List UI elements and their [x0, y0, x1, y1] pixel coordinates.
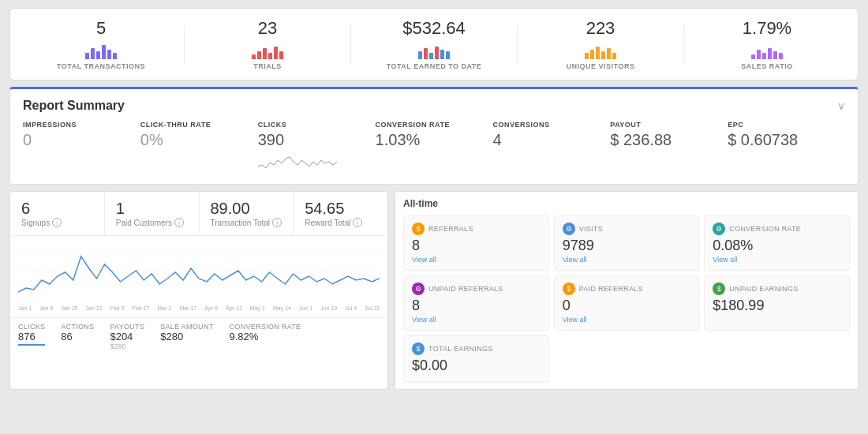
stat-label-sales-ratio: SALES RATIO [741, 62, 792, 70]
mini-stat-reward-total: 54.65Reward Total i [294, 192, 387, 235]
stat-chart-total-earned [418, 42, 450, 59]
bottom-stat-label-actions-total: Actions [61, 323, 94, 331]
view-all-visits[interactable]: View all [563, 256, 691, 264]
chart-x-label: Mar 17 [179, 305, 196, 311]
dollar-icon: $ [412, 342, 425, 355]
metric-block-payout: PAYOUT$ 236.88 [610, 121, 728, 149]
bottom-stat-actions-total: Actions86 [61, 323, 94, 350]
top-stats-bar: 5TOTAL TRANSACTIONS23TRIALS$532.64TOTAL … [9, 8, 859, 80]
metric-label-conversions: CONVERSIONS [492, 121, 610, 129]
bottom-stat-value-conversion-rate-bottom: 9.82% [230, 331, 301, 342]
chart-x-label: Jul 4 [345, 305, 357, 311]
stat-value-sales-ratio: 1.79% [743, 18, 791, 39]
grid-cell-unpaid-earnings: $Unpaid Earnings$180.99 [704, 275, 850, 331]
dollar-icon: $ [563, 282, 575, 295]
info-icon[interactable]: i [174, 218, 184, 227]
report-metrics-row: IMPRESSIONS0CLICK-THRU RATE0%CLICKS390 C… [23, 121, 845, 173]
report-summary-panel: Report Summary ∨ IMPRESSIONS0CLICK-THRU … [9, 87, 859, 185]
stat-chart-trials [252, 42, 283, 59]
collapse-icon[interactable]: ∨ [837, 99, 845, 112]
bottom-stats-row: Clicks876Actions86Payouts$204$280Sale Am… [10, 317, 387, 355]
grid-cell-label-paid-referrals: Paid Referrals [579, 285, 643, 293]
view-all-referrals[interactable]: View all [412, 256, 541, 264]
grid-cell-value-total-earnings: $0.00 [412, 357, 541, 374]
metric-value-conversions: 4 [492, 131, 610, 149]
info-icon[interactable]: i [272, 218, 282, 227]
bottom-stat-value-actions-total: 86 [61, 331, 94, 342]
grid-cell-value-visits: 9789 [563, 238, 691, 254]
right-panel-title: All-time [403, 198, 850, 209]
bottom-stat-label-clicks-total: Clicks [18, 323, 45, 331]
stat-value-trials: 23 [258, 18, 277, 39]
dollar-icon: $ [713, 282, 725, 295]
stat-item-sales-ratio: 1.79%SALES RATIO [684, 18, 850, 70]
stat-item-trials: 23TRIALS [185, 18, 350, 70]
gear-icon: ⚙ [412, 282, 425, 295]
grid-cell-visits: ⚙Visits9789View all [554, 215, 700, 271]
mini-stat-label-transaction-total: Transaction Total i [211, 218, 282, 227]
mini-stat-value-transaction-total: 89.00 [211, 200, 282, 218]
metric-value-payout: $ 236.88 [610, 131, 728, 149]
view-all-paid-referrals[interactable]: View all [563, 316, 691, 324]
right-panel-grid: $Referrals8View all⚙Visits9789View all⚙C… [403, 215, 850, 383]
chart-x-label: Jun 1 [299, 305, 312, 311]
mini-stat-paid-customers: 1Paid Customers i [105, 192, 200, 235]
chart-x-label: Jan 15 [61, 305, 77, 311]
info-icon[interactable]: i [52, 218, 62, 227]
grid-cell-value-unpaid-referrals: 8 [412, 297, 541, 314]
bottom-stat-label-sale-amount: Sale Amount [160, 323, 213, 331]
metric-label-click-thru-rate: CLICK-THRU RATE [140, 121, 258, 129]
mini-stat-signups: 6Signups i [10, 192, 105, 235]
mini-stat-value-signups: 6 [21, 200, 93, 218]
chart-x-labels: Jan 1Jan 8Jan 15Jan 22Feb 5Feb 17Mar 1Ma… [18, 305, 380, 311]
grid-cell-header-total-earnings: $Total Earnings [412, 342, 541, 355]
stat-label-trials: TRIALS [253, 62, 282, 70]
grid-cell-label-unpaid-referrals: Unpaid Referrals [428, 285, 503, 293]
view-all-unpaid-referrals[interactable]: View all [412, 316, 541, 324]
right-panel: All-time $Referrals8View all⚙Visits9789V… [395, 191, 859, 390]
metric-label-conversion-rate: CONVERSION RATE [376, 121, 493, 129]
stat-item-unique-visitors: 223UNIQUE VISITORS [518, 18, 683, 70]
view-all-conversion-rate-right[interactable]: View all [713, 256, 841, 264]
grid-cell-label-total-earnings: Total Earnings [428, 345, 493, 353]
chart-x-label: Apr 11 [226, 305, 242, 311]
mini-stat-label-signups: Signups i [21, 218, 93, 227]
grid-cell-value-conversion-rate-right: 0.08% [713, 238, 841, 254]
chart-x-label: Apr 6 [204, 305, 218, 311]
metric-label-impressions: IMPRESSIONS [23, 121, 140, 129]
stat-chart-sales-ratio [751, 42, 783, 59]
metric-block-epc: EPC$ 0.60738 [728, 121, 845, 149]
grid-cell-value-paid-referrals: 0 [563, 297, 691, 314]
stat-item-total-earned: $532.64TOTAL EARNED TO DATE [351, 18, 517, 70]
stat-item-total-transactions: 5TOTAL TRANSACTIONS [18, 18, 184, 70]
grid-cell-header-conversion-rate-right: ⚙Conversion Rate [713, 223, 841, 235]
chart-area: Jan 1Jan 8Jan 15Jan 22Feb 5Feb 17Mar 1Ma… [10, 236, 387, 317]
grid-cell-label-unpaid-earnings: Unpaid Earnings [729, 285, 798, 293]
metric-block-conversions: CONVERSIONS4 [492, 121, 610, 149]
mini-stat-label-paid-customers: Paid Customers i [116, 218, 188, 227]
metric-value-clicks: 390 [258, 131, 376, 149]
metric-label-payout: PAYOUT [610, 121, 728, 129]
grid-cell-label-conversion-rate-right: Conversion Rate [729, 225, 801, 233]
bottom-stat-label-conversion-rate-bottom: Conversion Rate [230, 323, 301, 331]
stat-chart-total-transactions [85, 42, 117, 59]
grid-cell-total-earnings: $Total Earnings$0.00 [403, 335, 549, 383]
bottom-stat-payouts-total: Payouts$204$280 [110, 323, 144, 350]
bottom-stat-sub: $280 [110, 342, 144, 350]
chart-x-label: Jan 1 [18, 305, 32, 311]
metric-value-conversion-rate: 1.03% [376, 131, 493, 149]
stat-chart-unique-visitors [585, 42, 616, 59]
gear-icon: ⚙ [563, 223, 575, 235]
bottom-stat-value-clicks-total: 876 [18, 331, 45, 342]
chart-x-label: Mar 1 [157, 305, 171, 311]
metric-block-clicks: CLICKS390 [258, 121, 376, 173]
bottom-row: 6Signups i1Paid Customers i89.00Transact… [9, 191, 859, 390]
info-icon[interactable]: i [353, 218, 362, 227]
grid-cell-referrals: $Referrals8View all [403, 215, 549, 271]
grid-cell-conversion-rate-right: ⚙Conversion Rate0.08%View all [704, 215, 850, 271]
gear-icon: ⚙ [713, 223, 725, 235]
metric-block-impressions: IMPRESSIONS0 [23, 121, 140, 149]
clicks-sparkline [258, 151, 376, 173]
grid-cell-header-referrals: $Referrals [412, 223, 541, 235]
bottom-stat-clicks-total: Clicks876 [18, 323, 45, 350]
